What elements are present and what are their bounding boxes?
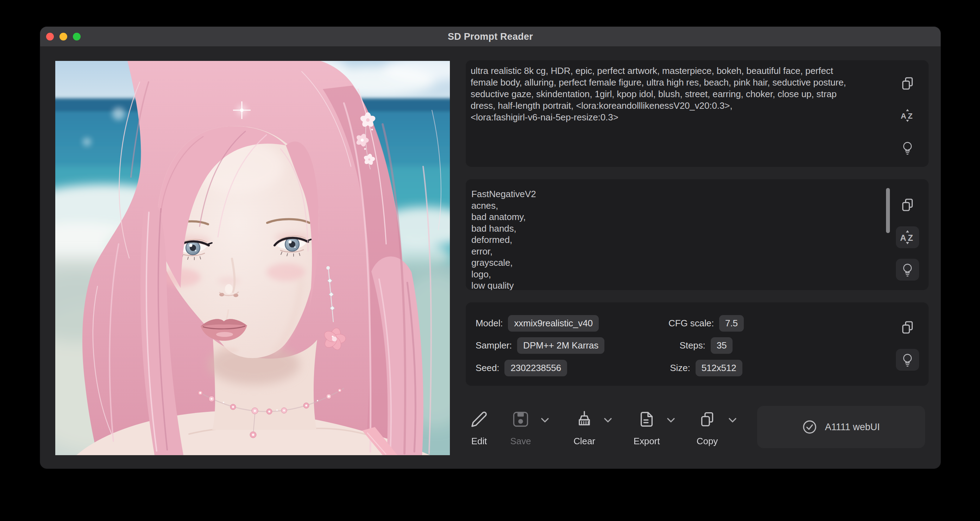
copy-icon — [699, 411, 715, 427]
svg-text:A: A — [900, 233, 906, 242]
window-title: SD Prompt Reader — [40, 27, 940, 46]
seed-label: Seed: — [476, 363, 499, 373]
source-tool-status: A1111 webUI — [757, 406, 925, 448]
copy-icon — [900, 198, 915, 212]
model-row: Model: xxmix9realistic_v40 — [476, 314, 599, 332]
copy-parameters-button[interactable] — [900, 320, 915, 335]
model-label: Model: — [476, 318, 503, 329]
svg-text:Z: Z — [908, 112, 912, 120]
copy-positive-button[interactable] — [900, 76, 915, 91]
chevron-down-icon — [540, 417, 549, 423]
chevron-down-icon — [667, 417, 676, 423]
sort-negative-button[interactable]: A Z — [896, 226, 919, 248]
steps-value: 35 — [711, 337, 733, 354]
size-row: Size: 512x512 — [627, 359, 785, 377]
save-menu-chevron[interactable] — [540, 417, 549, 423]
model-value: xxmix9realistic_v40 — [508, 315, 599, 331]
copy-raw-button[interactable] — [697, 409, 717, 429]
chevron-down-icon — [728, 417, 737, 423]
cfg-row: CFG scale: 7.5 — [627, 314, 785, 332]
svg-text:A: A — [901, 112, 907, 120]
generated-portrait-image — [55, 61, 450, 455]
copy-negative-button[interactable] — [900, 197, 915, 213]
check-circle-icon — [802, 420, 817, 434]
brush-icon — [576, 411, 593, 428]
desktop: SD Prompt Reader — [0, 0, 980, 521]
cfg-label: CFG scale: — [668, 318, 714, 329]
steps-label: Steps: — [680, 340, 705, 351]
export-label: Export — [617, 436, 676, 447]
copy-icon — [900, 76, 915, 91]
sort-az-icon: A Z — [900, 107, 915, 124]
positive-prompt-text[interactable]: ultra realistic 8k cg, HDR, epic, perfec… — [471, 65, 892, 164]
sampler-value: DPM++ 2M Karras — [517, 337, 605, 354]
parameters-panel: Model: xxmix9realistic_v40 Sampler: DPM+… — [466, 303, 929, 386]
sampler-row: Sampler: DPM++ 2M Karras — [476, 336, 605, 354]
pencil-icon — [471, 411, 488, 428]
sort-az-icon: A Z — [899, 229, 916, 246]
size-value: 512x512 — [695, 360, 742, 376]
positive-prompt-panel: ultra realistic 8k cg, HDR, epic, perfec… — [466, 60, 929, 167]
edit-button[interactable] — [469, 409, 489, 429]
export-menu-chevron[interactable] — [667, 417, 676, 423]
titlebar[interactable]: SD Prompt Reader — [40, 27, 940, 47]
lightbulb-icon — [900, 352, 915, 368]
sampler-label: Sampler: — [476, 340, 512, 351]
export-button[interactable] — [637, 409, 657, 429]
chevron-down-icon — [603, 417, 612, 423]
clear-label: Clear — [554, 436, 614, 447]
seed-row: Seed: 2302238556 — [476, 359, 567, 377]
steps-row: Steps: 35 — [627, 336, 785, 354]
image-preview[interactable] — [55, 61, 450, 455]
lightbulb-icon — [900, 140, 915, 156]
hint-negative-button[interactable] — [896, 259, 919, 280]
negative-prompt-panel: FastNegativeV2 acnes, bad anatomy, bad h… — [466, 179, 929, 290]
size-label: Size: — [670, 363, 690, 373]
clear-menu-chevron[interactable] — [603, 417, 612, 423]
app-window: SD Prompt Reader — [40, 26, 941, 469]
file-export-icon — [638, 411, 655, 427]
hint-parameters-button[interactable] — [896, 349, 919, 371]
floppy-icon — [512, 411, 529, 428]
copy-menu-chevron[interactable] — [728, 417, 737, 423]
cfg-value: 7.5 — [719, 315, 744, 331]
clear-button[interactable] — [574, 409, 594, 429]
negative-prompt-text[interactable]: FastNegativeV2 acnes, bad anatomy, bad h… — [471, 188, 876, 290]
sort-positive-button[interactable]: A Z — [900, 108, 915, 123]
svg-text:Z: Z — [908, 233, 913, 242]
status-label: A1111 webUI — [825, 422, 880, 433]
copy-label: Copy — [677, 436, 737, 447]
save-button[interactable] — [511, 409, 530, 429]
hint-positive-button[interactable] — [900, 140, 915, 156]
copy-icon — [900, 320, 915, 335]
seed-value: 2302238556 — [504, 360, 567, 376]
scrollbar-thumb[interactable] — [886, 188, 890, 233]
save-label: Save — [491, 436, 550, 447]
lightbulb-icon — [900, 262, 915, 277]
